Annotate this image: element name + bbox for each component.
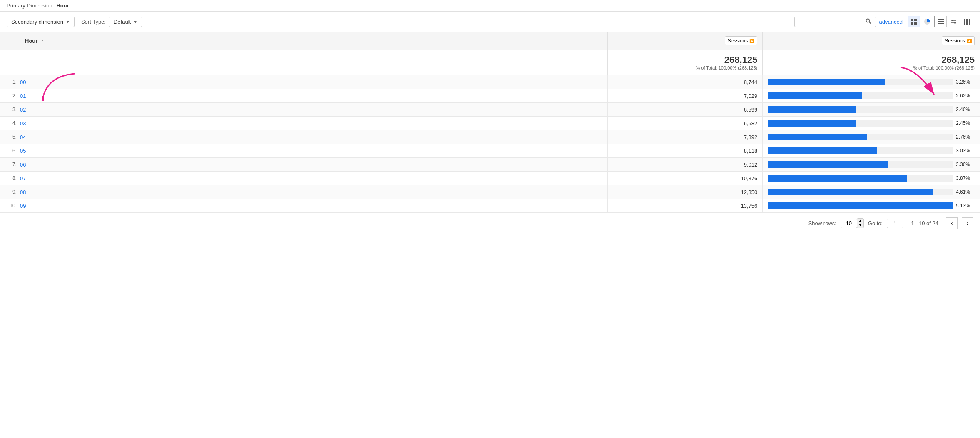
table-row: 7. 06 9,012 3.36%	[0, 158, 980, 172]
svg-rect-2	[911, 19, 913, 21]
row-hour-value[interactable]: 06	[20, 162, 26, 168]
row-rank: 5.	[3, 134, 17, 140]
row-sessions-value: 12,350	[607, 185, 763, 199]
svg-point-12	[954, 22, 956, 24]
totals-value-cell-2: 268,125 % of Total: 100.00% (268,125)	[763, 50, 980, 75]
row-hour-value[interactable]: 05	[20, 148, 26, 154]
bar-percentage: 2.45%	[956, 120, 975, 126]
view-list-button[interactable]	[934, 16, 947, 27]
totals-number-1: 268,125	[613, 55, 758, 65]
go-to-input[interactable]	[887, 219, 903, 228]
row-sessions-value: 9,012	[607, 158, 763, 172]
sessions-caret-1: 🔼	[749, 39, 754, 43]
view-icons-group	[908, 16, 973, 27]
search-icon	[866, 18, 871, 24]
view-grid-button[interactable]	[908, 16, 920, 27]
row-hour-value[interactable]: 02	[20, 107, 26, 113]
pagination-footer: Show rows: ▲ ▼ Go to: 1 - 10 of 24 ‹ ›	[0, 213, 980, 233]
list-view-icon	[938, 19, 944, 24]
row-rank: 1.	[3, 79, 17, 85]
row-hour-value[interactable]: 09	[20, 203, 26, 209]
sessions-dropdown-2[interactable]: Sessions 🔼	[942, 36, 975, 45]
row-hour-value[interactable]: 03	[20, 120, 26, 127]
totals-value-cell-1: 268,125 % of Total: 100.00% (268,125)	[607, 50, 763, 75]
view-pie-button[interactable]	[921, 16, 933, 27]
bar-wrapper	[768, 147, 953, 154]
show-rows-input[interactable]	[841, 219, 857, 228]
secondary-dimension-dropdown[interactable]: Secondary dimension ▼	[7, 17, 75, 27]
bar-percentage: 3.36%	[956, 162, 975, 167]
sort-ascending-icon[interactable]: ↑	[41, 38, 44, 44]
svg-rect-7	[938, 21, 944, 22]
show-rows-up[interactable]: ▲	[857, 219, 863, 223]
table-header-row: Hour ↑ Sessions 🔼	[0, 32, 980, 50]
bar-wrapper	[768, 106, 953, 113]
row-cell-hour: 1. 00	[0, 75, 607, 89]
bar-fill	[768, 175, 907, 182]
row-cell-hour: 8. 07	[0, 172, 607, 185]
svg-rect-15	[969, 19, 970, 25]
row-cell-hour: 4. 03	[0, 117, 607, 130]
svg-point-11	[952, 20, 953, 21]
hour-col-label: Hour	[25, 38, 37, 44]
table-row: 5. 04 7,392 2.76%	[0, 130, 980, 144]
row-hour-value[interactable]: 08	[20, 189, 26, 195]
row-hour-value[interactable]: 07	[20, 175, 26, 182]
table-row: 6. 05 8,118 3.03%	[0, 144, 980, 158]
bar-percentage: 3.03%	[956, 148, 975, 154]
bar-wrapper	[768, 120, 953, 127]
row-rank: 9.	[3, 189, 17, 195]
search-icon-button[interactable]	[865, 18, 872, 25]
bar-wrapper	[768, 175, 953, 182]
bar-fill	[768, 106, 856, 113]
bar-wrapper	[768, 189, 953, 195]
row-sessions-value: 8,744	[607, 75, 763, 89]
row-rank: 8.	[3, 175, 17, 181]
prev-page-button[interactable]: ‹	[946, 217, 958, 229]
next-page-button[interactable]: ›	[962, 217, 973, 229]
primary-dimension-value: Hour	[56, 2, 69, 9]
row-sessions-value: 7,392	[607, 130, 763, 144]
go-to-label: Go to:	[868, 220, 883, 226]
sort-type-dropdown[interactable]: Default ▼	[109, 17, 142, 27]
svg-rect-14	[966, 19, 968, 25]
sort-type-caret: ▼	[133, 20, 137, 24]
totals-pct-2: % of Total: 100.00% (268,125)	[768, 65, 975, 70]
adjust-view-icon	[950, 19, 957, 25]
show-rows-down[interactable]: ▼	[857, 223, 863, 228]
row-sessions-value: 10,376	[607, 172, 763, 185]
totals-pct-1: % of Total: 100.00% (268,125)	[613, 65, 758, 70]
row-cell-hour: 5. 04	[0, 130, 607, 144]
table-row: 1. 00 8,744 3.26%	[0, 75, 980, 89]
bar-wrapper	[768, 79, 953, 85]
row-rank: 4.	[3, 120, 17, 126]
bar-fill	[768, 161, 888, 168]
sessions-column-header-2: Sessions 🔼	[763, 32, 980, 50]
svg-rect-5	[914, 22, 917, 25]
row-hour-value[interactable]: 00	[20, 79, 26, 85]
row-bar-cell: 2.62%	[763, 89, 980, 103]
data-table: Hour ↑ Sessions 🔼	[0, 32, 980, 213]
hour-column-header: Hour ↑	[0, 32, 607, 50]
sessions-column-header-1: Sessions 🔼	[607, 32, 763, 50]
bar-fill	[768, 79, 885, 85]
sessions-dropdown-1[interactable]: Sessions 🔼	[725, 36, 758, 45]
bar-wrapper	[768, 202, 953, 209]
bar-wrapper	[768, 134, 953, 140]
search-input[interactable]	[798, 19, 865, 25]
view-adjust-button[interactable]	[948, 16, 960, 27]
bar-fill	[768, 202, 953, 209]
primary-dimension-label: Primary Dimension:	[7, 2, 54, 9]
row-hour-value[interactable]: 01	[20, 93, 26, 99]
table-row: 3. 02 6,599 2.46%	[0, 103, 980, 117]
bar-percentage: 3.26%	[956, 79, 975, 85]
columns-view-icon	[964, 19, 970, 25]
toolbar: Secondary dimension ▼ Sort Type: Default…	[0, 12, 980, 32]
svg-line-1	[869, 22, 871, 24]
view-columns-button[interactable]	[961, 16, 973, 27]
bar-percentage: 2.46%	[956, 107, 975, 112]
advanced-link[interactable]: advanced	[879, 19, 903, 25]
row-hour-value[interactable]: 04	[20, 134, 26, 140]
table-row: 2. 01 7,029 2.62%	[0, 89, 980, 103]
secondary-dimension-caret: ▼	[66, 20, 70, 24]
